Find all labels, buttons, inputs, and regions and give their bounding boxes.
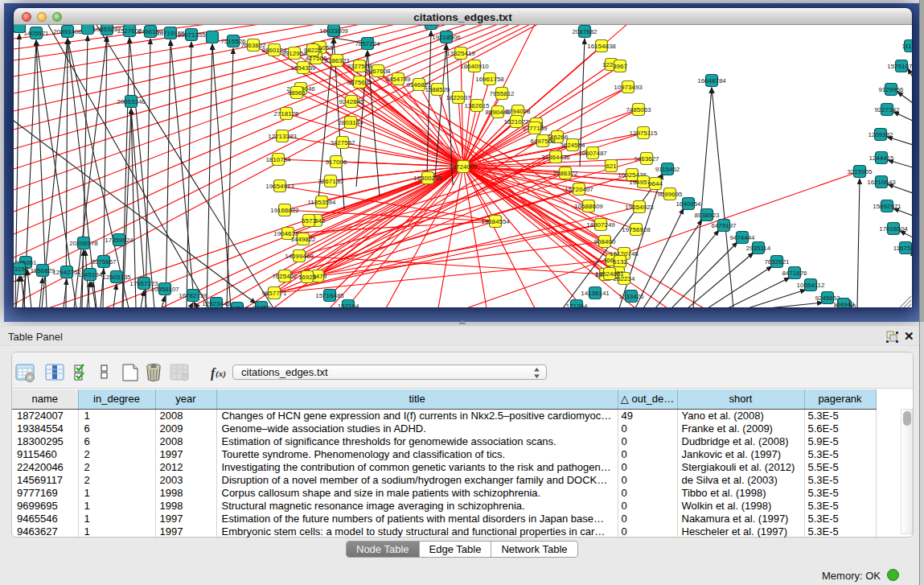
svg-text:10688609: 10688609 [574,203,603,210]
svg-text:11121: 11121 [901,43,912,50]
svg-text:16648784: 16648784 [697,77,726,84]
svg-text:16033809: 16033809 [319,27,348,35]
svg-text:21364436: 21364436 [541,154,570,161]
svg-text:7625402: 7625402 [272,273,298,280]
svg-text:10654112: 10654112 [797,282,826,289]
svg-text:8471676: 8471676 [782,270,807,277]
svg-text:104943: 104943 [833,301,855,307]
svg-text:3427552: 3427552 [330,139,355,146]
svg-text:98223: 98223 [304,47,322,54]
svg-text:621: 621 [606,163,617,170]
svg-text:15751074: 15751074 [887,63,912,70]
svg-text:12213383: 12213383 [268,133,297,140]
svg-text:10671355: 10671355 [177,31,206,39]
svg-text:20053346: 20053346 [117,98,146,105]
svg-text:1209382: 1209382 [868,131,893,138]
svg-text:1588520: 1588520 [425,86,450,93]
svg-text:15716485: 15716485 [315,292,344,299]
svg-text:917006: 917006 [326,159,347,166]
svg-text:9644: 9644 [648,180,663,187]
svg-text:124506: 124506 [227,305,248,307]
svg-text:2718176: 2718176 [273,110,299,117]
svg-text:14099469: 14099469 [285,253,314,260]
svg-text:20891406: 20891406 [53,28,82,35]
svg-text:16782759: 16782759 [179,292,207,299]
svg-text:19384554: 19384554 [481,218,510,225]
svg-text:12505135: 12505135 [102,274,131,281]
svg-text:9242845: 9242845 [339,98,364,105]
svg-text:14136141: 14136141 [581,290,610,297]
svg-text:1156829: 1156829 [31,267,55,274]
svg-text:3675685: 3675685 [347,79,372,86]
svg-text:6479197: 6479197 [711,222,737,229]
svg-text:19218506: 19218506 [432,34,461,41]
svg-text:16154838: 16154838 [587,43,616,50]
svg-text:6794078: 6794078 [505,108,531,115]
svg-text:3975867: 3975867 [91,258,117,266]
svg-text:10958107: 10958107 [150,286,179,293]
svg-text:18724007: 18724007 [449,163,478,171]
svg-text:908400: 908400 [594,238,616,245]
svg-text:157164: 157164 [338,303,359,307]
svg-text:2867608: 2867608 [365,68,391,75]
svg-text:5132: 5132 [613,258,627,266]
svg-text:6497568: 6497568 [530,138,556,145]
svg-text:9463627: 9463627 [634,155,659,163]
svg-text:92450: 92450 [253,304,271,307]
svg-text:3267130: 3267130 [318,178,343,185]
svg-text:1654339: 1654339 [290,64,316,72]
svg-text:10973493: 10973493 [614,84,643,91]
svg-text:11353594: 11353594 [308,199,337,206]
svg-text:1145194: 1145194 [78,271,103,278]
svg-text:7986372: 7986372 [552,170,578,177]
svg-text:9777169: 9777169 [522,125,548,132]
svg-text:9657771: 9657771 [261,290,287,297]
svg-text:2935114: 2935114 [746,245,771,252]
svg-text:7955812: 7955812 [489,90,515,97]
svg-text:1822037: 1822037 [446,94,471,101]
svg-text:2087682: 2087682 [572,28,598,35]
svg-text:9474444: 9474444 [729,234,755,241]
svg-text:7632621: 7632621 [764,258,790,266]
svg-text:1733426: 1733426 [618,293,644,300]
svg-text:33150: 33150 [14,266,29,273]
svg-text:9227342: 9227342 [874,106,900,113]
svg-text:1405571: 1405571 [23,30,49,37]
svg-text:18300295: 18300295 [413,175,442,182]
svg-text:19166822: 19166822 [270,207,299,214]
svg-text:7857224: 7857224 [355,40,380,47]
svg-text:8813054: 8813054 [418,25,444,27]
svg-text:18640910: 18640910 [460,63,489,70]
svg-text:9115462: 9115462 [655,166,680,173]
svg-text:17359924: 17359924 [105,237,133,244]
svg-text:1167533: 1167533 [893,245,912,252]
svg-text:1810754: 1810754 [265,156,291,163]
svg-text:7485063: 7485063 [626,106,651,113]
svg-text:19654913: 19654913 [265,183,294,190]
svg-text:8186323: 8186323 [324,57,350,64]
svg-text:2803144: 2803144 [338,119,363,126]
svg-text:12975115: 12975115 [630,130,659,137]
svg-text:9129966: 9129966 [878,86,904,93]
svg-text:19756928: 19756928 [622,226,651,233]
svg-text:10607487: 10607487 [578,150,607,157]
svg-text:(x): (x) [216,369,226,379]
svg-text:16923: 16923 [298,274,317,281]
svg-text:9699695: 9699695 [657,191,683,198]
svg-text:16210643: 16210643 [867,179,896,186]
svg-text:1449822: 1449822 [290,236,316,243]
svg-text:3624554: 3624554 [560,142,585,149]
svg-text:18807249: 18807249 [586,221,615,229]
svg-text:19654923: 19654923 [625,204,654,211]
svg-text:17016504: 17016504 [879,225,908,233]
svg-text:3967: 3967 [613,63,627,70]
svg-text:20206578: 20206578 [69,240,98,247]
svg-text:1640954: 1640954 [676,200,701,208]
svg-text:5573: 5573 [302,217,316,225]
svg-text:1244415: 1244415 [869,154,894,162]
svg-text:15692971: 15692971 [873,203,901,210]
svg-text:13524851: 13524851 [595,270,624,278]
svg-text:8938923: 8938923 [694,212,720,219]
svg-text:16961758: 16961758 [475,76,504,83]
svg-text:3215955: 3215955 [847,168,873,175]
